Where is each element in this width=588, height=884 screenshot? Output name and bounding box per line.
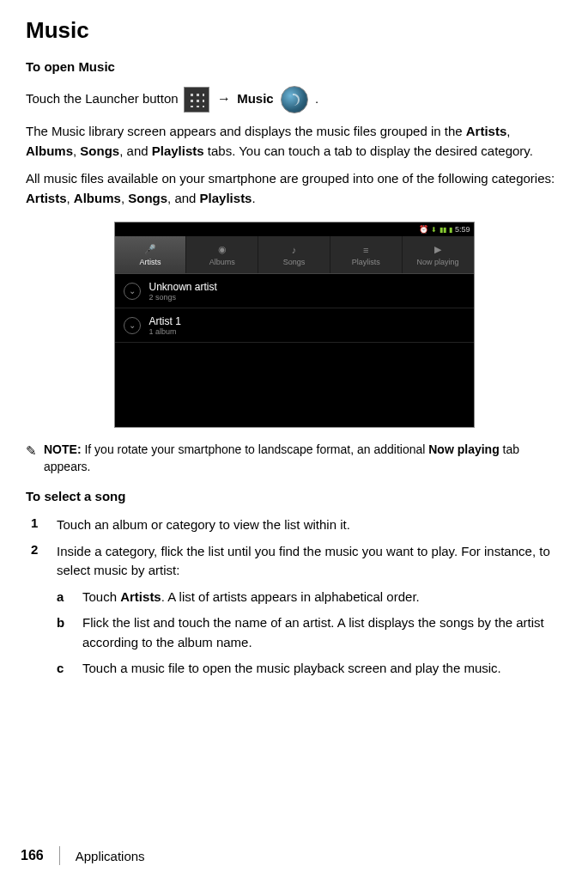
- playlists-bold: Playlists: [200, 191, 252, 205]
- text-segment: All music files available on your smartp…: [26, 171, 555, 186]
- pencil-icon: ✎: [26, 443, 37, 459]
- mic-icon: 🎤: [143, 244, 157, 256]
- categories-paragraph: All music files available on your smartp…: [26, 169, 562, 208]
- text-segment: Inside a category, flick the list until …: [57, 544, 550, 578]
- disc-icon: ◉: [215, 244, 229, 256]
- substep-letter: a: [57, 588, 69, 607]
- tab-artists[interactable]: 🎤 Artists: [115, 236, 187, 273]
- music-label: Music: [237, 91, 274, 106]
- text-segment: ,: [506, 124, 510, 138]
- page-title: Music: [26, 17, 562, 44]
- footer-divider: [59, 846, 60, 865]
- play-icon: ▶: [431, 244, 445, 256]
- battery-icon: ▮: [449, 226, 452, 234]
- status-time: 5:59: [455, 225, 470, 234]
- tab-label: Songs: [283, 258, 306, 266]
- text-segment: ,: [67, 191, 74, 205]
- step-list: 1 Touch an album or category to view the…: [31, 515, 562, 686]
- step-2: 2 Inside a category, flick the list unti…: [31, 542, 562, 686]
- list-item[interactable]: ⌄ Artist 1 1 album: [115, 308, 474, 343]
- row-title: Unknown artist: [149, 281, 217, 293]
- signal-icon: ▮▮: [439, 226, 446, 234]
- text-segment: . A list of artists appears in alphabeti…: [161, 589, 420, 604]
- step-number: 2: [31, 542, 43, 686]
- list-area: ⌄ Unknown artist 2 songs ⌄ Artist 1 1 al…: [115, 274, 474, 427]
- note-block: ✎ NOTE: If you rotate your smartphone to…: [26, 442, 562, 475]
- songs-bold: Songs: [80, 143, 119, 158]
- status-bar: ⏰ ⬇ ▮▮ ▮ 5:59: [115, 223, 474, 236]
- tab-label: Playlists: [352, 258, 380, 266]
- screenshot-container: ⏰ ⬇ ▮▮ ▮ 5:59 🎤 Artists ◉ Albums ♪ Songs…: [26, 222, 562, 428]
- download-icon: ⬇: [431, 226, 437, 234]
- step-content: Touch an album or category to view the l…: [57, 515, 350, 535]
- text-segment: The Music library screen appears and dis…: [26, 124, 466, 138]
- substep-c: c Touch a music file to open the music p…: [57, 659, 562, 679]
- page-footer: 166 Applications: [21, 846, 145, 865]
- substep-b: b Flick the list and touch the name of a…: [57, 613, 562, 652]
- select-song-heading: To select a song: [26, 489, 562, 503]
- step-number: 1: [31, 515, 43, 535]
- row-text: Artist 1 1 album: [149, 315, 181, 336]
- open-music-heading: To open Music: [26, 59, 562, 74]
- text-segment: .: [252, 191, 255, 205]
- step-1: 1 Touch an album or category to view the…: [31, 515, 562, 535]
- substep-letter: b: [57, 613, 69, 652]
- step-content: Inside a category, flick the list until …: [57, 542, 562, 686]
- artists-bold: Artists: [120, 589, 161, 604]
- substep-a: a Touch Artists. A list of artists appea…: [57, 588, 562, 607]
- arrow-icon: →: [217, 91, 231, 106]
- text-segment: Touch the Launcher button: [26, 91, 182, 106]
- tab-label: Artists: [139, 258, 161, 266]
- tab-albums[interactable]: ◉ Albums: [186, 236, 258, 273]
- page-number: 166: [21, 848, 44, 863]
- open-music-instruction: Touch the Launcher button → Music .: [26, 86, 562, 113]
- substep-letter: c: [57, 659, 69, 679]
- text-segment: , and: [119, 143, 152, 158]
- alarm-icon: ⏰: [419, 225, 428, 234]
- note-icon: ♪: [287, 244, 300, 256]
- text-segment: tabs. You can touch a tab to display the…: [204, 143, 533, 158]
- tab-playlists[interactable]: ≡ Playlists: [330, 236, 403, 273]
- text-segment: Touch: [82, 589, 120, 604]
- note-label: NOTE:: [44, 442, 82, 456]
- note-text: NOTE: If you rotate your smartphone to l…: [44, 442, 562, 475]
- tab-now-playing[interactable]: ▶ Now playing: [403, 236, 474, 273]
- row-title: Artist 1: [149, 315, 181, 327]
- chevron-down-icon[interactable]: ⌄: [124, 317, 141, 334]
- list-icon: ≡: [359, 244, 373, 256]
- albums-bold: Albums: [26, 143, 73, 158]
- substep-list: a Touch Artists. A list of artists appea…: [57, 588, 562, 679]
- now-playing-bold: Now playing: [428, 442, 499, 456]
- footer-section: Applications: [76, 849, 145, 863]
- artists-bold: Artists: [26, 191, 67, 205]
- songs-bold: Songs: [128, 191, 167, 205]
- text-segment: .: [315, 91, 318, 106]
- library-paragraph: The Music library screen appears and dis…: [26, 122, 562, 161]
- playlists-bold: Playlists: [152, 143, 204, 158]
- tab-label: Albums: [209, 258, 235, 266]
- tab-songs[interactable]: ♪ Songs: [258, 236, 330, 273]
- row-subtitle: 1 album: [149, 327, 181, 336]
- substep-content: Touch Artists. A list of artists appears…: [82, 588, 420, 607]
- row-text: Unknown artist 2 songs: [149, 281, 217, 302]
- text-segment: If you rotate your smartphone to landsca…: [82, 442, 429, 456]
- phone-screenshot: ⏰ ⬇ ▮▮ ▮ 5:59 🎤 Artists ◉ Albums ♪ Songs…: [114, 222, 475, 428]
- list-item[interactable]: ⌄ Unknown artist 2 songs: [115, 274, 474, 308]
- albums-bold: Albums: [74, 191, 121, 205]
- tab-label: Now playing: [417, 258, 459, 266]
- row-subtitle: 2 songs: [149, 293, 217, 302]
- text-segment: ,: [121, 191, 128, 205]
- text-segment: , and: [167, 191, 200, 205]
- substep-content: Flick the list and touch the name of an …: [82, 613, 562, 652]
- music-icon: [281, 86, 308, 113]
- launcher-icon: [184, 87, 209, 113]
- artists-bold: Artists: [466, 124, 507, 138]
- tab-row: 🎤 Artists ◉ Albums ♪ Songs ≡ Playlists ▶…: [115, 236, 474, 274]
- substep-content: Touch a music file to open the music pla…: [82, 659, 501, 679]
- chevron-down-icon[interactable]: ⌄: [124, 283, 141, 300]
